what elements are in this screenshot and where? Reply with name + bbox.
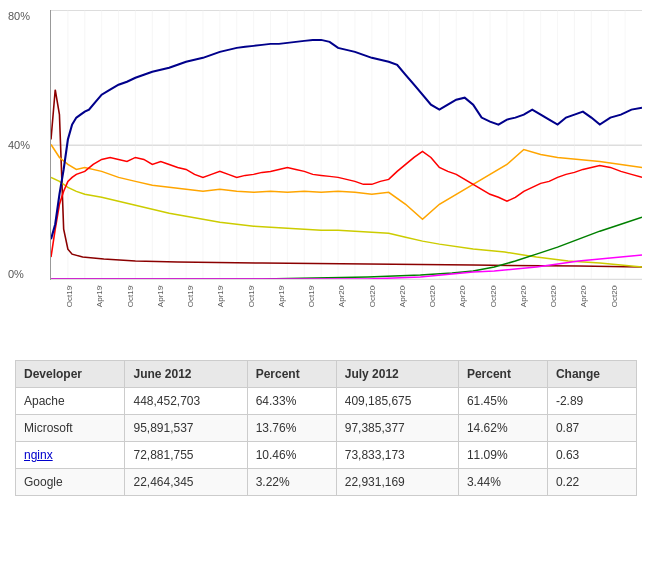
x-label-oct96: Oct1996 [126, 285, 135, 307]
col-june-percent: Percent [247, 361, 336, 388]
x-label-apr98: Apr1998 [216, 285, 225, 307]
cell-june-percent: 13.76% [247, 415, 336, 442]
x-label-apr00: Apr2000 [337, 285, 346, 307]
x-label-oct00: Oct2000 [368, 285, 377, 307]
cell-developer: Apache [16, 388, 125, 415]
cell-june: 448,452,703 [125, 388, 247, 415]
cell-july-percent: 11.09% [458, 442, 547, 469]
cell-change: 0.22 [547, 469, 636, 496]
chart-area [50, 10, 642, 280]
x-label-oct01: Oct2001 [428, 285, 437, 307]
x-label-oct02: Oct2002 [489, 285, 498, 307]
cell-developer: Microsoft [16, 415, 125, 442]
table-row: nginx72,881,75510.46%73,833,17311.09%0.6… [16, 442, 637, 469]
y-label-40: 40% [8, 139, 30, 151]
cell-june: 95,891,537 [125, 415, 247, 442]
x-label-apr02: Apr2002 [458, 285, 467, 307]
table-row: Apache448,452,70364.33%409,185,67561.45%… [16, 388, 637, 415]
cell-june: 72,881,755 [125, 442, 247, 469]
cell-july-percent: 14.62% [458, 415, 547, 442]
col-july2012: July 2012 [336, 361, 458, 388]
chart-container: Apache Microsoft Sun nginx Google NCSA O… [0, 0, 652, 340]
x-label-oct98: Oct1998 [247, 285, 256, 307]
x-label-apr05: Apr2005 [640, 285, 642, 307]
cell-june-percent: 10.46% [247, 442, 336, 469]
y-label-0: 0% [8, 268, 30, 280]
cell-july: 73,833,173 [336, 442, 458, 469]
cell-change: 0.87 [547, 415, 636, 442]
y-label-80: 80% [8, 10, 30, 22]
table-row: Microsoft95,891,53713.76%97,385,37714.62… [16, 415, 637, 442]
cell-june-percent: 64.33% [247, 388, 336, 415]
grid-bottom [51, 279, 642, 280]
data-table-container: Developer June 2012 Percent July 2012 Pe… [0, 350, 652, 506]
sun-line [51, 177, 642, 267]
apache-line [51, 40, 642, 239]
developer-link[interactable]: nginx [24, 448, 53, 462]
x-label-apr03: Apr2003 [519, 285, 528, 307]
x-label-oct03: Oct2003 [549, 285, 558, 307]
col-june2012: June 2012 [125, 361, 247, 388]
col-developer: Developer [16, 361, 125, 388]
cell-july: 409,185,675 [336, 388, 458, 415]
cell-june-percent: 3.22% [247, 469, 336, 496]
x-label-apr04: Apr2004 [579, 285, 588, 307]
x-label-oct99: Oct1999 [307, 285, 316, 307]
cell-developer: Google [16, 469, 125, 496]
col-change: Change [547, 361, 636, 388]
x-label-apr99: Apr1999 [277, 285, 286, 307]
x-label-oct95: Oct1995 [65, 285, 74, 307]
cell-change: 0.63 [547, 442, 636, 469]
x-label-apr96: Apr1996 [95, 285, 104, 307]
cell-july: 22,931,169 [336, 469, 458, 496]
market-share-table: Developer June 2012 Percent July 2012 Pe… [15, 360, 637, 496]
cell-july-percent: 61.45% [458, 388, 547, 415]
table-row: Google22,464,3453.22%22,931,1693.44%0.22 [16, 469, 637, 496]
cell-developer[interactable]: nginx [16, 442, 125, 469]
cell-july-percent: 3.44% [458, 469, 547, 496]
chart-svg [51, 10, 642, 279]
nginx-line [51, 217, 642, 279]
x-label-oct04: Oct2004 [610, 285, 619, 307]
cell-july: 97,385,377 [336, 415, 458, 442]
col-july-percent: Percent [458, 361, 547, 388]
ncsa-line [51, 90, 642, 267]
other-line [51, 145, 642, 220]
x-label-oct97: Oct1997 [186, 285, 195, 307]
cell-change: -2.89 [547, 388, 636, 415]
microsoft-line [51, 151, 642, 257]
x-label-apr01: Apr2001 [398, 285, 407, 307]
cell-june: 22,464,345 [125, 469, 247, 496]
x-label-apr97: Apr1997 [156, 285, 165, 307]
